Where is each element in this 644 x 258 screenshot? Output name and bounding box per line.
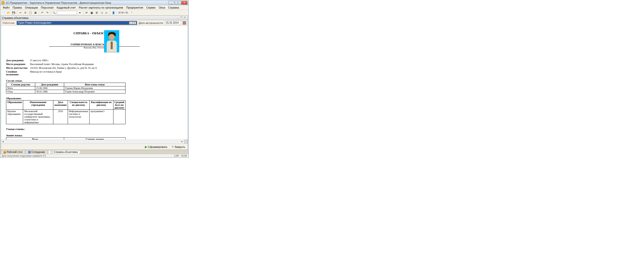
tab-desktop-label: Рабочий стол xyxy=(7,151,23,153)
menu-help[interactable]: Справка xyxy=(167,6,181,10)
scroll-right-icon[interactable]: ▸ xyxy=(180,140,184,144)
select-button[interactable]: ... xyxy=(129,22,133,24)
copy-icon[interactable]: ⎘ xyxy=(23,11,28,15)
horizontal-scrollbar[interactable]: ◂ ▸ xyxy=(1,140,188,144)
redo-icon[interactable]: ↷ xyxy=(45,11,50,15)
menu-file[interactable]: Файл xyxy=(1,6,11,10)
birth-date: 15 августа 1988 г. xyxy=(30,59,49,62)
tab-report[interactable]: Справка-объективка xyxy=(48,150,80,154)
window-title: 1С:Предприятие - Зарплата и Управление П… xyxy=(6,1,168,4)
clear-button[interactable]: × xyxy=(133,22,136,24)
refresh-icon[interactable]: ⟳ xyxy=(84,11,89,15)
menu-personnel[interactable]: Персонал xyxy=(39,6,55,10)
tab-report-label: Справка-объективка xyxy=(54,151,78,153)
tab-employees[interactable]: Сотрудники xyxy=(26,150,47,154)
desktop-icon xyxy=(4,151,6,153)
open-icon[interactable]: 📂 xyxy=(6,11,11,15)
cut-icon[interactable]: ✂ xyxy=(18,11,23,15)
toolbar-separator xyxy=(17,11,17,15)
save-icon[interactable]: 💾 xyxy=(11,11,16,15)
status-cap: CAP xyxy=(174,154,179,157)
new-doc-icon[interactable]: 📄 xyxy=(1,11,6,15)
col-dob: Дата рождения xyxy=(35,83,64,86)
toolbar-separator xyxy=(117,11,117,15)
app-window: 1С:Предприятие - Зарплата и Управление П… xyxy=(0,0,189,158)
document: СПРАВКА - ОБЪЕКТИВКА ГОРИН РОМАН АЛЕКСАН… xyxy=(1,26,188,140)
menu-hr[interactable]: Кадровый учет xyxy=(55,6,77,10)
scroll-left-icon[interactable]: ◂ xyxy=(1,140,5,144)
table-row: Высшее образование Московский государств… xyxy=(6,110,126,124)
props-icon[interactable]: ☰ xyxy=(94,11,99,15)
prev-icon[interactable]: ◁ xyxy=(99,11,104,15)
birth-place: Населенный пункт: Москва, страна: Россий… xyxy=(30,63,94,66)
report-minimize-button[interactable]: _ xyxy=(176,16,180,20)
employee-value: Горин Роман Александрович xyxy=(18,21,129,24)
menu-edit[interactable]: Правка xyxy=(11,6,23,10)
date-input[interactable] xyxy=(165,21,181,25)
scroll-corner xyxy=(184,140,188,143)
birth-date-label: Дата рождения: xyxy=(6,59,30,62)
grid-icon[interactable]: ▦ xyxy=(89,11,94,15)
employee-name: ГОРИН РОМАН АЛЕКСАНДРОВИЧ xyxy=(49,43,140,47)
status-help: Для получения подсказки нажмите F1 xyxy=(2,154,46,157)
report-close-button[interactable]: ✕ xyxy=(183,16,187,20)
table-row: Отец30.01.1966Горин Александр Петрович xyxy=(6,90,126,93)
report-window: Справка-объективка _ ❐ ✕ Работник: Горин… xyxy=(1,15,188,150)
language-table: Язык Степень знания АнглийскийЧитает и м… xyxy=(6,137,126,140)
marital: Никогда не состоял(а) в браке xyxy=(30,70,62,76)
col-qual: Квалификация по диплому xyxy=(89,101,113,110)
calendar-icon[interactable] xyxy=(183,21,186,25)
name-caption: Фамилия, Имя, Отчество xyxy=(6,47,183,49)
generate-button[interactable]: ▶Сформировать xyxy=(144,145,169,149)
minimize-button[interactable]: _ xyxy=(168,1,174,5)
close-icon: ✕ xyxy=(172,145,174,148)
employee-input[interactable]: Горин Роман Александрович ... × xyxy=(17,21,137,25)
scroll-track[interactable] xyxy=(5,140,180,144)
close-button[interactable]: ✕ xyxy=(181,1,187,5)
menu-payroll[interactable]: Расчет зарплаты по организациям xyxy=(77,6,125,10)
user-icon[interactable]: 👤 xyxy=(111,11,116,15)
paste-icon[interactable]: 📋 xyxy=(28,11,33,15)
action-bar: ▶Сформировать ✕Закрыть xyxy=(1,144,188,150)
col-lang: Язык xyxy=(6,138,64,140)
close-label: Закрыть xyxy=(175,145,185,148)
name-block: ГОРИН РОМАН АЛЕКСАНДРОВИЧ Фамилия, Имя, … xyxy=(6,43,183,49)
toolbar-search-input[interactable] xyxy=(57,11,77,15)
employee-label: Работник: xyxy=(3,21,15,24)
table-header-row: Степень родства Дата рождения Имя члена … xyxy=(6,83,126,86)
close-report-button[interactable]: ✕Закрыть xyxy=(171,145,186,149)
employees-icon xyxy=(28,151,31,153)
language-header: Знание языка: xyxy=(6,134,183,137)
report-title-bar: Справка-объективка _ ❐ ✕ xyxy=(1,16,188,20)
menu-enterprise[interactable]: Предприятие xyxy=(125,6,145,10)
maximize-button[interactable]: □ xyxy=(175,1,181,5)
help-icon[interactable]: ? xyxy=(130,11,134,15)
education-table: Образование Наименование учреждения Дата… xyxy=(6,100,126,124)
col-inst: Наименование учреждения xyxy=(23,101,53,110)
col-name: Имя члена семьи xyxy=(64,83,126,86)
month-toggle[interactable]: M M+ M- xyxy=(118,11,129,14)
residence: 141410, Московская обл, Химки г, Дружбы … xyxy=(30,67,97,69)
family-header: Состав семьи: xyxy=(6,79,183,82)
toolbar-separator xyxy=(110,11,110,15)
menu-windows[interactable]: Окна xyxy=(157,6,167,10)
menu-bar: Файл Правка Операции Персонал Кадровый у… xyxy=(0,5,188,10)
menu-service[interactable]: Сервис xyxy=(145,6,157,10)
tab-desktop[interactable]: Рабочий стол xyxy=(1,150,25,154)
col-relation: Степень родства xyxy=(6,83,35,86)
dropdown-icon[interactable]: ▾ xyxy=(77,11,82,15)
report-restore-button[interactable]: ❐ xyxy=(180,16,183,20)
undo-icon[interactable]: ↶ xyxy=(40,11,45,15)
menu-operations[interactable]: Операции xyxy=(23,6,39,10)
generate-label: Сформировать xyxy=(148,145,168,148)
marital-label: Семейное положение: xyxy=(6,70,30,76)
find-icon[interactable]: 🔍 xyxy=(52,11,56,15)
report-icon xyxy=(51,151,53,153)
col-gpa: Средний балл по диплому xyxy=(113,101,125,110)
toolbar-separator xyxy=(83,11,83,15)
next-icon[interactable]: ▷ xyxy=(104,11,109,15)
print-icon[interactable]: 🖶 xyxy=(33,11,38,15)
employee-photo xyxy=(104,30,119,52)
document-scroll[interactable]: СПРАВКА - ОБЪЕКТИВКА ГОРИН РОМАН АЛЕКСАН… xyxy=(1,26,188,140)
app-icon xyxy=(1,1,5,5)
